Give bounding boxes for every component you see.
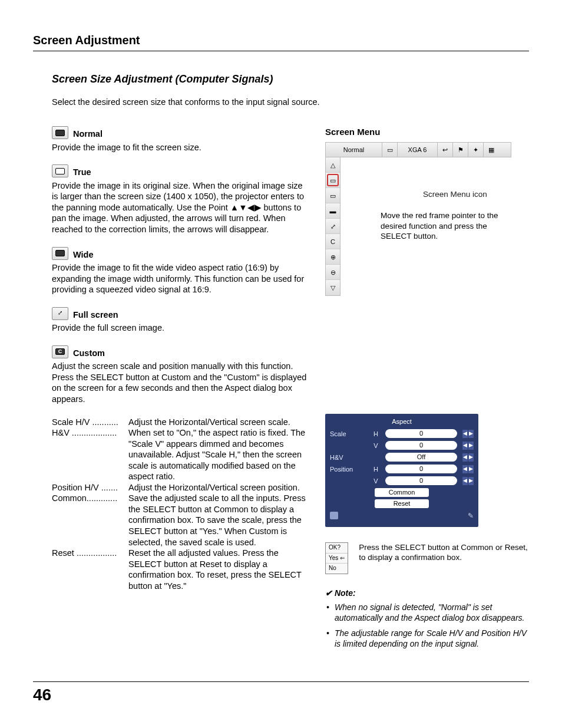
confirm-ok-label: OK? <box>326 543 348 554</box>
aspect-position-label: Position <box>330 465 366 473</box>
aspect-scale-h-sub: H <box>371 430 381 438</box>
section-intro: Select the desired screen size that conf… <box>52 97 529 108</box>
confirm-caption: Press the SELECT button at Common or Res… <box>359 542 529 563</box>
screen-menu-figure: Normal ▭ XGA 6 ↩ ⚑ ✦ ▦ △ ▭ ▭ ▬ ⤢ C <box>325 142 511 296</box>
menu-top-mode-label: XGA 6 <box>398 143 438 157</box>
menu-top-option1-icon: ⚑ <box>453 143 468 157</box>
item-true-label: True <box>73 164 91 178</box>
item-wide-label: Wide <box>73 247 94 261</box>
aspect-pos-h-arrows-icon: ◀▶ <box>462 465 474 473</box>
menu-top-back-icon: ↩ <box>438 143 453 157</box>
note-item-2: The adjustable range for Scale H/V and P… <box>325 628 529 650</box>
aspect-pos-v-value: 0 <box>385 476 457 485</box>
menu-top-option2-icon: ✦ <box>468 143 484 157</box>
bottom-rule <box>33 681 529 682</box>
menu-side-custom-icon: C <box>326 234 340 249</box>
aspect-scale-v-arrows-icon: ◀▶ <box>462 442 474 450</box>
def-pos-body: Adjust the Horizontal/Vertical screen po… <box>127 482 311 493</box>
screen-menu-heading: Screen Menu <box>325 126 529 137</box>
aspect-title: Aspect <box>330 417 474 426</box>
menu-side-zoom-in-icon: ⊕ <box>326 249 340 265</box>
screen-wide-icon <box>52 247 68 260</box>
def-scale-body: Adjust the Horizontal/Vertical screen sc… <box>127 417 311 428</box>
menu-side-normal-icon: ▭ <box>326 173 340 188</box>
menu-side-true-icon: ▭ <box>326 188 340 203</box>
page-header-title: Screen Adjustment <box>33 33 529 51</box>
page-number: 46 <box>33 684 51 706</box>
aspect-reset-button: Reset <box>375 499 429 508</box>
item-wide-desc: Provide the image to fit the wide video … <box>52 262 311 295</box>
note-heading: ✔ Note: <box>325 588 529 599</box>
def-reset-body: Reset the all adjusted values. Press the… <box>127 548 311 591</box>
aspect-hv-value: Off <box>385 453 457 462</box>
aspect-foot-right-icon: ✎ <box>468 512 474 521</box>
arrow-left-icon: ⇐ <box>340 555 345 562</box>
aspect-common-button: Common <box>375 488 429 497</box>
def-common-body: Save the adjusted scale to all the input… <box>127 493 311 548</box>
aspect-pos-h-value: 0 <box>385 465 457 473</box>
def-reset-term: Reset ................. <box>52 548 127 591</box>
item-full-desc: Provide the full screen image. <box>52 322 311 334</box>
item-custom-desc1: Adjust the screen scale and position man… <box>52 361 311 372</box>
aspect-scale-label: Scale <box>330 430 366 438</box>
item-custom-desc2: Press the SELECT button at Custom and th… <box>52 372 311 405</box>
aspect-hv-arrows-icon: ◀▶ <box>462 453 474 462</box>
aspect-pos-v-arrows-icon: ◀▶ <box>462 477 474 485</box>
aspect-scale-v-sub: V <box>371 442 381 450</box>
menu-side-up-icon: △ <box>326 157 340 173</box>
confirm-box: OK? Yes⇐ No <box>325 542 348 574</box>
menu-side-down-icon: ▽ <box>326 280 340 295</box>
aspect-scale-v-value: 0 <box>385 441 457 450</box>
menu-top-normal-label: Normal <box>326 143 382 157</box>
screen-custom-icon: C <box>52 345 68 358</box>
menu-side-wide-icon: ▬ <box>326 203 340 219</box>
aspect-foot-left-icon <box>330 512 338 519</box>
menu-top-option3-icon: ▦ <box>484 143 499 157</box>
callout-screen-menu-icon: Screen Menu icon <box>423 189 487 199</box>
def-common-term: Common............. <box>52 493 127 548</box>
item-normal-label: Normal <box>73 126 103 140</box>
aspect-pos-v-sub: V <box>371 477 381 485</box>
confirm-yes-row: Yes⇐ <box>326 554 348 564</box>
section-title: Screen Size Adjustment (Computer Signals… <box>52 73 529 86</box>
item-full-label: Full screen <box>73 307 118 321</box>
menu-side-full-icon: ⤢ <box>326 219 340 234</box>
def-hv-term: H&V ................... <box>52 427 127 482</box>
screen-normal-icon <box>52 126 68 139</box>
confirm-no-row: No <box>326 564 348 574</box>
aspect-hv-label: H&V <box>330 453 366 462</box>
screen-full-icon: ⤢ <box>52 307 68 320</box>
item-true-desc: Provide the image in its original size. … <box>52 180 311 235</box>
def-pos-term: Position H/V ....... <box>52 482 127 493</box>
aspect-pos-h-sub: H <box>371 465 381 473</box>
aspect-dialog: Aspect Scale H 0 ◀▶ V 0 ◀▶ H&V Off <box>325 414 478 526</box>
menu-top-screen-icon: ▭ <box>382 143 398 157</box>
callout-move-pointer: Move the red frame pointer to the desire… <box>381 210 504 241</box>
aspect-scale-h-arrows-icon: ◀▶ <box>462 430 474 438</box>
screen-true-icon <box>52 164 68 177</box>
item-custom-label: Custom <box>73 345 105 359</box>
note-item-1: When no signal is detected, "Normal" is … <box>325 602 529 624</box>
def-hv-body: When set to "On," the aspect ratio is fi… <box>127 427 311 482</box>
def-scale-term: Scale H/V ........... <box>52 417 127 428</box>
item-normal-desc: Provide the image to fit the screen size… <box>52 142 311 153</box>
menu-side-zoom-out-icon: ⊖ <box>326 265 340 280</box>
aspect-scale-h-value: 0 <box>385 429 457 438</box>
